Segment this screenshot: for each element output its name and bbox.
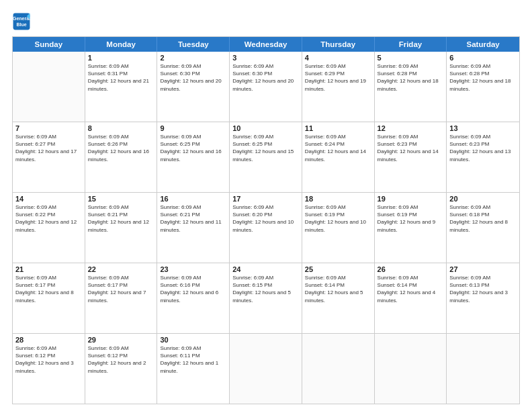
- cell-info: Sunrise: 6:09 AMSunset: 6:24 PMDaylight:…: [305, 133, 371, 163]
- cal-cell: 6Sunrise: 6:09 AMSunset: 6:28 PMDaylight…: [447, 52, 519, 122]
- cell-info: Sunrise: 6:09 AMSunset: 6:21 PMDaylight:…: [88, 203, 154, 234]
- cal-cell: 16Sunrise: 6:09 AMSunset: 6:21 PMDayligh…: [157, 193, 230, 263]
- cal-cell: 10Sunrise: 6:09 AMSunset: 6:25 PMDayligh…: [230, 122, 302, 192]
- day-number: 22: [88, 265, 154, 273]
- day-number: 27: [449, 265, 517, 273]
- cal-cell: 27Sunrise: 6:09 AMSunset: 6:13 PMDayligh…: [447, 263, 519, 333]
- cal-cell: 9Sunrise: 6:09 AMSunset: 6:25 PMDaylight…: [157, 122, 230, 192]
- header-day-tuesday: Tuesday: [157, 37, 230, 52]
- cell-info: Sunrise: 6:09 AMSunset: 6:29 PMDaylight:…: [305, 62, 371, 93]
- cell-info: Sunrise: 6:09 AMSunset: 6:14 PMDaylight:…: [305, 274, 371, 304]
- day-number: 20: [449, 195, 517, 203]
- day-number: 11: [305, 124, 371, 132]
- cal-cell: [302, 334, 375, 404]
- cell-info: Sunrise: 6:09 AMSunset: 6:12 PMDaylight:…: [88, 345, 154, 375]
- cal-cell: 25Sunrise: 6:09 AMSunset: 6:14 PMDayligh…: [302, 263, 375, 333]
- svg-rect-0: [13, 13, 30, 30]
- cell-info: Sunrise: 6:09 AMSunset: 6:23 PMDaylight:…: [449, 133, 517, 163]
- cell-info: Sunrise: 6:09 AMSunset: 6:20 PMDaylight:…: [232, 203, 299, 234]
- cal-cell: 29Sunrise: 6:09 AMSunset: 6:12 PMDayligh…: [85, 334, 158, 404]
- day-number: 15: [88, 195, 154, 203]
- day-number: 10: [232, 124, 299, 132]
- day-number: 17: [232, 195, 299, 203]
- day-number: 4: [305, 54, 371, 62]
- cell-info: Sunrise: 6:09 AMSunset: 6:18 PMDaylight:…: [449, 203, 517, 234]
- day-number: 13: [449, 124, 517, 132]
- day-number: 7: [15, 124, 82, 132]
- day-number: 12: [378, 124, 444, 132]
- cell-info: Sunrise: 6:09 AMSunset: 6:27 PMDaylight:…: [15, 133, 82, 163]
- cal-cell: 3Sunrise: 6:09 AMSunset: 6:30 PMDaylight…: [230, 52, 302, 122]
- cell-info: Sunrise: 6:09 AMSunset: 6:30 PMDaylight:…: [232, 62, 299, 93]
- calendar: SundayMondayTuesdayWednesdayThursdayFrid…: [12, 36, 520, 404]
- cell-info: Sunrise: 6:09 AMSunset: 6:17 PMDaylight:…: [88, 274, 154, 304]
- cal-cell: 7Sunrise: 6:09 AMSunset: 6:27 PMDaylight…: [13, 122, 85, 192]
- cell-info: Sunrise: 6:09 AMSunset: 6:16 PMDaylight:…: [160, 274, 226, 304]
- cal-cell: 4Sunrise: 6:09 AMSunset: 6:29 PMDaylight…: [302, 52, 375, 122]
- day-number: 25: [305, 265, 371, 273]
- cal-cell: 23Sunrise: 6:09 AMSunset: 6:16 PMDayligh…: [157, 263, 230, 333]
- calendar-body: 1Sunrise: 6:09 AMSunset: 6:31 PMDaylight…: [13, 52, 519, 404]
- cal-cell: [230, 334, 302, 404]
- logo-icon: General Blue: [12, 12, 31, 31]
- cal-cell: 21Sunrise: 6:09 AMSunset: 6:17 PMDayligh…: [13, 263, 85, 333]
- cell-info: Sunrise: 6:09 AMSunset: 6:25 PMDaylight:…: [160, 133, 226, 163]
- cal-row-4: 28Sunrise: 6:09 AMSunset: 6:12 PMDayligh…: [13, 334, 519, 404]
- cell-info: Sunrise: 6:09 AMSunset: 6:26 PMDaylight:…: [88, 133, 154, 163]
- page-header: General Blue: [12, 12, 520, 31]
- cell-info: Sunrise: 6:09 AMSunset: 6:28 PMDaylight:…: [378, 62, 444, 93]
- cal-cell: 19Sunrise: 6:09 AMSunset: 6:19 PMDayligh…: [375, 193, 447, 263]
- day-number: 24: [232, 265, 299, 273]
- cell-info: Sunrise: 6:09 AMSunset: 6:17 PMDaylight:…: [15, 274, 82, 304]
- cal-cell: [13, 52, 85, 122]
- cal-row-0: 1Sunrise: 6:09 AMSunset: 6:31 PMDaylight…: [13, 52, 519, 122]
- cal-cell: 14Sunrise: 6:09 AMSunset: 6:22 PMDayligh…: [13, 193, 85, 263]
- logo: General Blue: [12, 12, 34, 31]
- cell-info: Sunrise: 6:09 AMSunset: 6:11 PMDaylight:…: [160, 345, 226, 375]
- day-number: 21: [15, 265, 82, 273]
- cell-info: Sunrise: 6:09 AMSunset: 6:25 PMDaylight:…: [232, 133, 299, 163]
- day-number: 23: [160, 265, 226, 273]
- day-number: 5: [378, 54, 444, 62]
- cal-cell: [447, 334, 519, 404]
- cal-cell: 15Sunrise: 6:09 AMSunset: 6:21 PMDayligh…: [85, 193, 158, 263]
- header-day-monday: Monday: [85, 37, 158, 52]
- cal-cell: 17Sunrise: 6:09 AMSunset: 6:20 PMDayligh…: [230, 193, 302, 263]
- cal-cell: 1Sunrise: 6:09 AMSunset: 6:31 PMDaylight…: [85, 52, 158, 122]
- day-number: 3: [232, 54, 299, 62]
- header-day-sunday: Sunday: [13, 37, 85, 52]
- cell-info: Sunrise: 6:09 AMSunset: 6:22 PMDaylight:…: [15, 203, 82, 234]
- cell-info: Sunrise: 6:09 AMSunset: 6:13 PMDaylight:…: [449, 274, 517, 304]
- day-number: 8: [88, 124, 154, 132]
- cell-info: Sunrise: 6:09 AMSunset: 6:19 PMDaylight:…: [378, 203, 444, 234]
- day-number: 18: [305, 195, 371, 203]
- header-day-thursday: Thursday: [302, 37, 375, 52]
- day-number: 29: [88, 336, 154, 344]
- day-number: 30: [160, 336, 226, 344]
- day-number: 2: [160, 54, 226, 62]
- cal-row-3: 21Sunrise: 6:09 AMSunset: 6:17 PMDayligh…: [13, 263, 519, 334]
- cell-info: Sunrise: 6:09 AMSunset: 6:12 PMDaylight:…: [15, 345, 82, 375]
- cal-cell: 30Sunrise: 6:09 AMSunset: 6:11 PMDayligh…: [157, 334, 230, 404]
- cal-cell: 13Sunrise: 6:09 AMSunset: 6:23 PMDayligh…: [447, 122, 519, 192]
- header-day-saturday: Saturday: [447, 37, 519, 52]
- cal-cell: 24Sunrise: 6:09 AMSunset: 6:15 PMDayligh…: [230, 263, 302, 333]
- header-day-friday: Friday: [375, 37, 447, 52]
- cell-info: Sunrise: 6:09 AMSunset: 6:30 PMDaylight:…: [160, 62, 226, 93]
- day-number: 6: [449, 54, 517, 62]
- cal-cell: 26Sunrise: 6:09 AMSunset: 6:14 PMDayligh…: [375, 263, 447, 333]
- cell-info: Sunrise: 6:09 AMSunset: 6:19 PMDaylight:…: [305, 203, 371, 234]
- cal-cell: 12Sunrise: 6:09 AMSunset: 6:23 PMDayligh…: [375, 122, 447, 192]
- svg-text:Blue: Blue: [16, 22, 26, 27]
- day-number: 16: [160, 195, 226, 203]
- cell-info: Sunrise: 6:09 AMSunset: 6:14 PMDaylight:…: [378, 274, 444, 304]
- day-number: 1: [88, 54, 154, 62]
- cell-info: Sunrise: 6:09 AMSunset: 6:28 PMDaylight:…: [449, 62, 517, 93]
- day-number: 28: [15, 336, 82, 344]
- day-number: 9: [160, 124, 226, 132]
- cal-cell: 8Sunrise: 6:09 AMSunset: 6:26 PMDaylight…: [85, 122, 158, 192]
- day-number: 19: [378, 195, 444, 203]
- cal-cell: 11Sunrise: 6:09 AMSunset: 6:24 PMDayligh…: [302, 122, 375, 192]
- cell-info: Sunrise: 6:09 AMSunset: 6:31 PMDaylight:…: [88, 62, 154, 93]
- header-day-wednesday: Wednesday: [230, 37, 302, 52]
